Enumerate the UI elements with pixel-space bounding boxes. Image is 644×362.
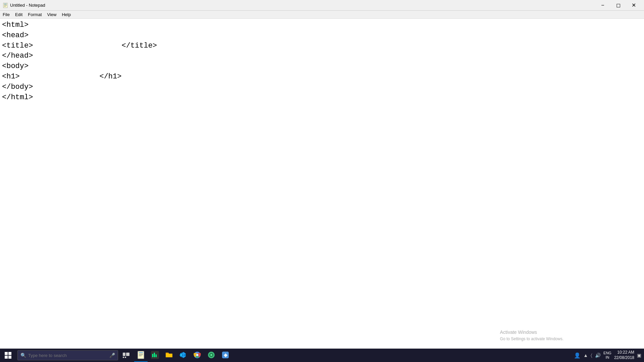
svg-rect-12 — [139, 355, 143, 355]
svg-rect-2 — [4, 5, 7, 5]
taskbar-search-bar[interactable]: 🔍 🎤 — [17, 350, 118, 360]
show-hidden-icons-button[interactable]: ▲ — [583, 353, 588, 358]
svg-rect-13 — [139, 356, 142, 356]
svg-text:◈: ◈ — [223, 352, 228, 358]
svg-marker-17 — [179, 352, 186, 358]
close-button[interactable]: ✕ — [626, 0, 641, 11]
taskmanager-icon — [151, 351, 159, 359]
network-icon[interactable]: 〈 — [591, 353, 592, 358]
taskview-icon — [123, 353, 129, 358]
svg-rect-1 — [4, 4, 7, 4]
menubar: File Edit Format View Help — [0, 11, 644, 19]
taskbar-search-input[interactable] — [28, 353, 95, 358]
titlebar: Untitled - Notepad − ◻ ✕ — [0, 0, 644, 11]
clock-time: 10:22 AM — [617, 350, 634, 355]
svg-rect-5 — [123, 353, 125, 356]
notepad-icon — [3, 3, 8, 8]
fileexplorer-icon — [165, 351, 173, 359]
svg-rect-7 — [123, 357, 124, 358]
other-app-icon: ◈ — [221, 351, 229, 359]
taskbar-app-fileexplorer[interactable] — [162, 349, 176, 362]
opera-icon — [207, 351, 215, 359]
taskbar-app-chrome[interactable] — [191, 349, 204, 362]
notification-icon[interactable]: 👤 — [574, 352, 581, 359]
menu-format[interactable]: Format — [25, 11, 44, 18]
titlebar-title: Untitled - Notepad — [10, 3, 45, 8]
svg-rect-3 — [4, 5, 7, 6]
taskbar-app-other[interactable]: ◈ — [219, 349, 232, 362]
windows-icon — [5, 352, 11, 359]
svg-rect-16 — [156, 354, 157, 357]
svg-point-24 — [196, 354, 198, 356]
search-icon: 🔍 — [20, 353, 26, 358]
clock-date: 22/08/2018 — [614, 355, 634, 361]
svg-rect-10 — [139, 352, 143, 353]
svg-rect-15 — [154, 353, 155, 357]
titlebar-left: Untitled - Notepad — [3, 3, 45, 8]
taskbar-app-vscode[interactable] — [176, 349, 190, 362]
notepad-taskbar-icon — [137, 351, 145, 359]
restore-button[interactable]: ◻ — [610, 0, 626, 11]
taskbar-app-taskmanager[interactable] — [148, 349, 162, 362]
task-view-button[interactable] — [119, 349, 133, 362]
minimize-button[interactable]: − — [595, 0, 610, 11]
action-center-icon[interactable]: ▣ — [637, 353, 641, 358]
taskbar: 🔍 🎤 — [0, 349, 644, 362]
svg-rect-6 — [126, 353, 129, 356]
svg-rect-14 — [152, 354, 153, 357]
clock[interactable]: 10:22 AM 22/08/2018 — [614, 350, 634, 360]
microphone-icon[interactable]: 🎤 — [109, 353, 115, 358]
volume-icon[interactable]: 🔊 — [595, 353, 601, 358]
svg-point-27 — [210, 354, 212, 356]
taskbar-app-notepad[interactable] — [134, 349, 148, 362]
menu-edit[interactable]: Edit — [12, 11, 25, 18]
taskbar-apps: ◈ — [134, 349, 574, 362]
editor-textarea[interactable]: <html> <head> <title> </title> </head> <… — [0, 19, 644, 349]
taskbar-systray: 👤 ▲ 〈 🔊 ENG IN 10:22 AM 22/08/2018 ▣ — [574, 350, 644, 360]
menu-view[interactable]: View — [45, 11, 59, 18]
vscode-icon — [179, 351, 187, 359]
svg-rect-4 — [4, 6, 6, 7]
language-indicator[interactable]: ENG IN — [603, 351, 611, 360]
titlebar-controls: − ◻ ✕ — [595, 0, 641, 11]
svg-rect-8 — [125, 357, 126, 358]
menu-help[interactable]: Help — [59, 11, 73, 18]
chrome-icon — [193, 351, 201, 359]
start-button[interactable] — [0, 349, 16, 362]
svg-rect-11 — [139, 354, 143, 354]
menu-file[interactable]: File — [0, 11, 12, 18]
taskbar-app-opera[interactable] — [205, 349, 218, 362]
